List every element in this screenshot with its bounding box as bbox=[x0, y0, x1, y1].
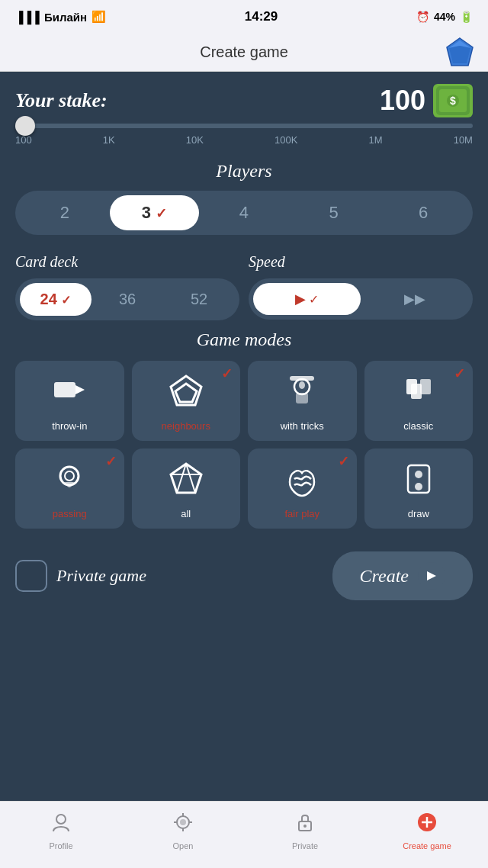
svg-marker-20 bbox=[171, 464, 201, 493]
battery-icon: 🔋 bbox=[460, 11, 473, 23]
throw-in-icon bbox=[51, 373, 88, 416]
tab-open[interactable]: Open bbox=[122, 812, 244, 850]
private-game-option[interactable]: Private game bbox=[15, 560, 146, 592]
player-option-2[interactable]: 2 bbox=[20, 195, 110, 230]
status-bar: ▐▐▐ Билайн 📶 14:29 ⏰ 44% 🔋 bbox=[0, 0, 488, 34]
slider-label-100k: 100K bbox=[274, 134, 297, 146]
neighbours-check: ✓ bbox=[221, 365, 233, 382]
svg-marker-2 bbox=[449, 46, 470, 63]
svg-point-30 bbox=[180, 819, 186, 825]
mode-passing[interactable]: ✓ passing bbox=[15, 448, 124, 529]
wifi-icon: 📶 bbox=[92, 10, 106, 24]
speed-option-slow[interactable]: ▶ ✓ bbox=[253, 283, 361, 315]
slider-track bbox=[15, 124, 473, 128]
game-modes-grid: throw-in ✓ neighbours bbox=[15, 361, 473, 529]
gem-icon[interactable] bbox=[444, 37, 476, 69]
deck-option-36[interactable]: 36 bbox=[92, 283, 163, 316]
neighbours-label: neighbours bbox=[162, 420, 210, 432]
bottom-actions: Private game Create bbox=[15, 551, 473, 600]
create-game-icon bbox=[416, 812, 438, 838]
slider-label-1k: 1K bbox=[103, 134, 115, 146]
player-option-3[interactable]: 3 ✓ bbox=[110, 195, 200, 230]
mode-neighbours[interactable]: ✓ neighbours bbox=[132, 361, 241, 441]
speed-slow-icon: ▶ bbox=[295, 291, 306, 307]
svg-point-12 bbox=[299, 381, 305, 389]
with-tricks-label: with tricks bbox=[281, 420, 324, 432]
nav-title: Create game bbox=[200, 43, 288, 61]
passing-label: passing bbox=[53, 508, 87, 519]
player-option-6[interactable]: 6 bbox=[378, 195, 468, 230]
svg-point-28 bbox=[56, 815, 66, 824]
signal-icon: ▐▐▐ bbox=[15, 11, 40, 24]
carrier-name: Билайн bbox=[44, 11, 87, 24]
stake-label: Your stake: bbox=[15, 89, 108, 112]
tab-private-label: Private bbox=[292, 841, 318, 850]
create-button[interactable]: Create bbox=[332, 551, 473, 600]
stake-slider[interactable] bbox=[15, 124, 473, 128]
svg-rect-7 bbox=[54, 382, 75, 397]
speed-title: Speed bbox=[249, 253, 473, 271]
svg-marker-10 bbox=[175, 384, 197, 402]
svg-text:$: $ bbox=[450, 95, 456, 107]
slider-label-100: 100 bbox=[15, 134, 32, 146]
deck-option-24[interactable]: 24 ✓ bbox=[20, 283, 92, 316]
profile-icon bbox=[50, 812, 72, 838]
slider-label-1m: 1M bbox=[369, 134, 383, 146]
tab-create-game-label: Create game bbox=[403, 841, 451, 850]
svg-point-26 bbox=[415, 483, 422, 490]
slider-labels: 100 1K 10K 100K 1M 10M bbox=[15, 134, 473, 146]
card-deck-col: Card deck 24 ✓ 36 52 bbox=[15, 253, 239, 320]
mode-all[interactable]: all bbox=[132, 448, 241, 529]
player-3-check: ✓ bbox=[156, 206, 167, 221]
stake-right: 100 $ bbox=[380, 84, 473, 117]
create-button-arrow bbox=[418, 562, 445, 590]
mode-fair-play[interactable]: ✓ fair play bbox=[248, 448, 357, 529]
tab-bar: Profile Open Private bbox=[0, 801, 488, 868]
battery-percent: 44% bbox=[434, 11, 455, 23]
svg-rect-17 bbox=[411, 384, 422, 399]
all-label: all bbox=[181, 508, 191, 519]
settings-row: Card deck 24 ✓ 36 52 Speed ▶ ✓ ▶▶ bbox=[15, 253, 473, 320]
mode-throw-in[interactable]: throw-in bbox=[15, 361, 124, 441]
svg-rect-16 bbox=[420, 379, 431, 394]
alarm-icon: ⏰ bbox=[416, 11, 429, 23]
deck-selector: 24 ✓ 36 52 bbox=[15, 278, 239, 320]
fair-play-label: fair play bbox=[284, 508, 319, 519]
player-option-4[interactable]: 4 bbox=[199, 195, 289, 230]
svg-rect-13 bbox=[296, 393, 308, 403]
speed-col: Speed ▶ ✓ ▶▶ bbox=[249, 253, 473, 320]
speed-fast-icon: ▶▶ bbox=[404, 291, 425, 307]
svg-point-19 bbox=[65, 471, 74, 481]
svg-marker-8 bbox=[75, 385, 85, 394]
svg-point-32 bbox=[303, 825, 307, 828]
players-title: Players bbox=[15, 161, 473, 182]
mode-with-tricks[interactable]: with tricks bbox=[248, 361, 357, 441]
speed-option-fast[interactable]: ▶▶ bbox=[361, 283, 468, 315]
create-button-label: Create bbox=[360, 566, 409, 587]
private-game-checkbox[interactable] bbox=[15, 560, 47, 592]
passing-icon bbox=[51, 461, 88, 503]
status-time: 14:29 bbox=[245, 9, 278, 24]
draw-label: draw bbox=[408, 508, 429, 519]
tab-open-label: Open bbox=[173, 841, 194, 850]
player-option-5[interactable]: 5 bbox=[289, 195, 379, 230]
classic-label: classic bbox=[403, 420, 433, 432]
tab-private[interactable]: Private bbox=[244, 812, 366, 850]
nav-bar: Create game bbox=[0, 34, 488, 72]
deck-option-52[interactable]: 52 bbox=[163, 283, 235, 316]
slider-thumb[interactable] bbox=[15, 116, 35, 136]
money-icon: $ bbox=[433, 84, 473, 117]
mode-draw[interactable]: draw bbox=[364, 448, 474, 529]
card-deck-title: Card deck bbox=[15, 253, 239, 271]
tab-profile[interactable]: Profile bbox=[0, 812, 122, 850]
tab-create-game[interactable]: Create game bbox=[366, 812, 488, 850]
fair-play-icon bbox=[284, 461, 320, 503]
neighbours-icon bbox=[168, 373, 204, 416]
open-icon bbox=[172, 812, 194, 838]
stake-section: Your stake: 100 $ bbox=[15, 84, 473, 117]
draw-icon bbox=[400, 461, 437, 503]
mode-classic[interactable]: ✓ classic bbox=[364, 361, 474, 441]
svg-rect-14 bbox=[290, 376, 314, 381]
game-modes-title: Game modes bbox=[15, 330, 473, 350]
with-tricks-icon bbox=[284, 373, 320, 416]
